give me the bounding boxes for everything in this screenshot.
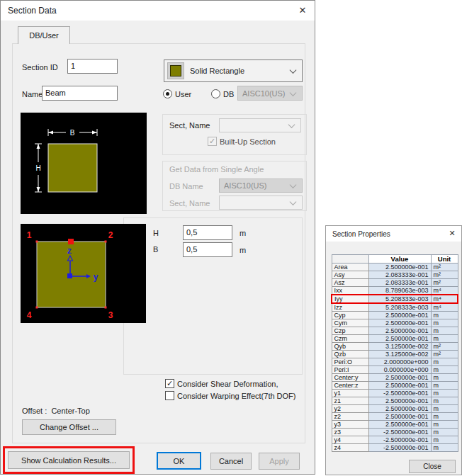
property-unit-cell: m⁴: [431, 287, 458, 295]
built-up-label: Built-Up Section: [220, 137, 276, 146]
table-row: Center:z2.500000e-001m: [332, 382, 458, 390]
h-label: H: [153, 229, 159, 237]
tab-db-user[interactable]: DB/User: [18, 26, 70, 44]
table-row: Iyy5.208333e-003m⁴: [332, 295, 458, 303]
table-row: Area2.500000e-001m²: [332, 264, 458, 271]
property-value-cell: 5.208333e-003: [368, 303, 431, 312]
property-unit-cell: m: [431, 374, 458, 382]
property-unit-cell: m: [431, 413, 458, 421]
ok-button[interactable]: OK: [157, 452, 201, 470]
property-name-cell: Area: [332, 264, 368, 271]
chevron-down-icon: [290, 198, 297, 205]
section-shape-select[interactable]: Solid Rectangle: [164, 60, 303, 82]
section-shape-value: Solid Rectangle: [190, 67, 244, 75]
property-name-cell: y2: [332, 405, 368, 413]
built-up-checkbox: ✓: [208, 137, 217, 146]
table-corner-cell: [332, 255, 368, 264]
table-header-row: Value Unit: [332, 255, 458, 264]
change-offset-button[interactable]: Change Offset ...: [22, 419, 116, 435]
offset-value: Center-Top: [51, 407, 89, 415]
property-value-cell: 3.125000e-002: [368, 343, 431, 351]
property-value-cell: 2.500000e-001: [368, 397, 431, 405]
section-dimension-drawing: B H: [21, 113, 147, 214]
cancel-button[interactable]: Cancel: [210, 453, 252, 470]
property-name-cell: Cym: [332, 319, 368, 327]
property-name-cell: y4: [332, 436, 368, 444]
close-button[interactable]: Close: [409, 460, 456, 473]
radio-db-label[interactable]: DB: [223, 90, 234, 98]
property-value-cell: 2.500000e-001: [368, 312, 431, 319]
table-row: Czm2.500000e-001m: [332, 335, 458, 343]
property-unit-cell: m: [431, 405, 458, 413]
offset-prefix: Offset :: [22, 407, 47, 415]
table-row: Peri:I0.000000e+000m: [332, 366, 458, 374]
property-unit-cell: m: [431, 335, 458, 343]
property-value-cell: 5.208333e-003: [368, 295, 431, 303]
shear-deformation-label[interactable]: Consider Shear Deformation,: [177, 380, 278, 388]
db-name-value: AISC10(US): [224, 181, 267, 190]
property-name-cell: y3: [332, 421, 368, 429]
property-value-cell: 0.000000e+000: [368, 366, 431, 374]
radio-user[interactable]: [163, 89, 172, 98]
property-value-cell: 2.083333e-001: [368, 271, 431, 279]
property-value-cell: 2.500000e-001: [368, 382, 431, 390]
property-name-cell: y1: [332, 390, 368, 397]
column-header-value: Value: [368, 255, 431, 264]
property-value-cell: 2.500000e-001: [368, 413, 431, 421]
property-name-cell: Ixx: [332, 287, 368, 295]
property-unit-cell: m: [431, 312, 458, 319]
property-value-cell: 8.789063e-003: [368, 287, 431, 295]
property-name-cell: z4: [332, 444, 368, 452]
radio-user-label[interactable]: User: [175, 90, 191, 98]
h-unit-label: m: [240, 229, 246, 237]
db-name-select: AISC10(US): [219, 178, 303, 193]
apply-button: Apply: [259, 453, 300, 470]
property-unit-cell: m: [431, 327, 458, 335]
shear-deformation-checkbox[interactable]: ✓: [165, 379, 174, 388]
property-value-cell: 3.125000e-002: [368, 351, 431, 358]
property-name-cell: Asz: [332, 279, 368, 287]
property-unit-cell: m: [431, 397, 458, 405]
property-unit-cell: m²: [431, 279, 458, 287]
b-label: B: [153, 245, 158, 254]
property-name-cell: Czm: [332, 335, 368, 343]
property-unit-cell: m²: [431, 264, 458, 271]
property-name-cell: Cyp: [332, 312, 368, 319]
property-unit-cell: m: [431, 382, 458, 390]
property-name-cell: Peri:O: [332, 358, 368, 366]
show-calc-highlight-annotation: [3, 446, 135, 474]
table-row: z4-2.500000e-001m: [332, 444, 458, 452]
name-input[interactable]: Beam: [42, 86, 118, 101]
h-input[interactable]: 0,5: [183, 225, 232, 240]
sect-name-select: [219, 118, 301, 132]
property-name-cell: Iyy: [332, 295, 368, 303]
table-row: y1-2.500000e-001m: [332, 390, 458, 397]
table-row: Cym2.500000e-001m: [332, 319, 458, 327]
property-unit-cell: m: [431, 366, 458, 374]
property-unit-cell: m: [431, 436, 458, 444]
chevron-down-icon: [288, 121, 295, 128]
property-value-cell: 2.500000e-001: [368, 374, 431, 382]
property-value-cell: 2.500000e-001: [368, 327, 431, 335]
column-header-unit: Unit: [431, 255, 458, 264]
b-unit-label: m: [240, 246, 246, 254]
property-value-cell: -2.500000e-001: [368, 429, 431, 436]
radio-db[interactable]: [211, 89, 220, 98]
warping-effect-label[interactable]: Consider Warping Effect(7th DOF): [177, 392, 296, 400]
table-row: z12.500000e-001m: [332, 397, 458, 405]
warping-effect-checkbox[interactable]: [165, 391, 174, 400]
section-id-input[interactable]: 1: [67, 59, 118, 74]
chevron-down-icon: [290, 67, 297, 74]
section-data-titlebar: Section Data: [1, 1, 315, 21]
close-icon[interactable]: ✕: [291, 1, 315, 20]
property-unit-cell: m: [431, 421, 458, 429]
section-id-label: Section ID: [22, 63, 58, 72]
section-data-dialog: Section Data ✕ DB/User Section ID 1 Soli…: [0, 0, 315, 475]
table-row: z3-2.500000e-001m: [332, 429, 458, 436]
b-input[interactable]: 0,5: [183, 242, 232, 257]
property-name-cell: z2: [332, 413, 368, 421]
property-value-cell: 2.500000e-001: [368, 264, 431, 271]
single-angle-group-label: Get Data from Single Angle: [169, 165, 264, 174]
property-unit-cell: m²: [431, 343, 458, 351]
close-icon[interactable]: ✕: [443, 226, 461, 241]
